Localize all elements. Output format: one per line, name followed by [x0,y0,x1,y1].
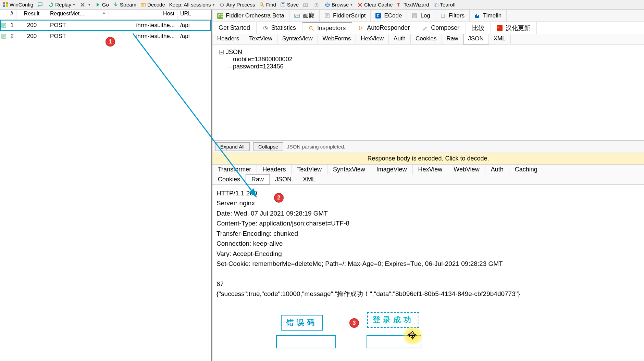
session-row[interactable]: 1 200 POST ihrm-test.ithe... /api [0,20,211,31]
request-tabbar: Headers TextView SyntaxView WebForms Hex… [212,34,644,44]
timer-button[interactable] [312,0,323,9]
svg-rect-29 [497,25,503,31]
tab-statistics[interactable]: Statistics [257,22,302,34]
tab-fiddlerscript[interactable]: FiddlerScript [320,10,371,22]
composer-icon [422,25,428,31]
resptab-raw[interactable]: Raw [246,175,270,184]
col-url[interactable]: URL [177,10,211,20]
find-icon [259,2,265,8]
clearcache-label: Clear Cache [364,2,393,8]
resptab-auth[interactable]: Auth [485,165,509,175]
reqtab-syntaxview[interactable]: SyntaxView [277,34,318,44]
session-icon [1,23,7,28]
reqtab-webforms[interactable]: WebForms [318,34,356,44]
resptab-cookies[interactable]: Cookies [212,175,246,184]
main-toolbar: WinConfig Replay▼ ▼ Go Stream Decode Kee… [0,0,644,10]
svg-rect-3 [6,5,8,7]
tearoff-icon [433,2,439,8]
annotation-badge-2: 2 [274,193,284,203]
tab-l10n[interactable]: 汉化更新 [491,22,537,34]
stream-button[interactable]: Stream [111,0,138,9]
decode-bar[interactable]: Response body is encoded. Click to decod… [212,153,644,165]
tab-compare[interactable]: 比较 [466,22,491,34]
screenshot-button[interactable] [301,0,312,9]
col-result[interactable]: Result [16,10,47,20]
go-button[interactable]: Go [93,0,111,9]
dropdown-icon: ▼ [212,3,215,7]
resptab-imageview[interactable]: ImageView [371,165,413,175]
col-host[interactable]: Host [109,10,177,20]
reqtab-auth[interactable]: Auth [389,34,411,44]
replay-icon [48,2,54,8]
reqtab-raw[interactable]: Raw [442,34,463,44]
session-method: POST [47,21,109,30]
tab-ecode[interactable]: E ECode [371,10,407,22]
reqtab-hexview[interactable]: HexView [356,34,389,44]
tearoff-button[interactable]: Tearoff [431,0,458,9]
textwizard-label: TextWizard [404,2,429,8]
resptab-textview[interactable]: TextView [292,165,327,175]
anyprocess-button[interactable]: Any Process [217,0,257,9]
right-tab-row1: FO Fiddler Orchestra Beta 画廊 FiddlerScri… [212,10,644,22]
clearcache-button[interactable]: Clear Cache [355,0,395,9]
textwizard-button[interactable]: T TextWizard [395,0,431,9]
resptab-transformer[interactable]: Transformer [212,165,257,175]
col-num[interactable]: # [0,10,16,20]
dropdown-icon: ▼ [88,3,91,7]
comment-button[interactable] [35,0,46,9]
browse-button[interactable]: Browse▼ [323,0,355,9]
tree-actions: Expand All Collapse JSON parsing complet… [212,140,644,153]
tab-filters[interactable]: Filters [435,10,470,22]
find-button[interactable]: Find [257,0,278,9]
reqtab-cookies[interactable]: Cookies [411,34,442,44]
resptab-syntaxview[interactable]: SyntaxView [327,165,371,175]
col-method[interactable]: RequestMet... ▲ [47,10,109,20]
reqtab-xml[interactable]: XML [489,34,511,44]
tab-orchestra[interactable]: FO Fiddler Orchestra Beta [212,10,289,22]
reqtab-headers[interactable]: Headers [212,34,244,44]
tab-inspectors[interactable]: Inspectors [302,22,352,34]
svg-point-6 [260,3,263,5]
tab-log[interactable]: Log [407,10,435,22]
session-icon [1,34,7,39]
sessions-pane: # Result RequestMet... ▲ Host URL 1 200 … [0,10,212,361]
annotation-loginok: 登录成功 [367,312,419,328]
resptab-hexview[interactable]: HexView [413,165,448,175]
collapse-button[interactable]: Collapse [253,142,283,151]
resptab-json[interactable]: JSON [270,175,297,184]
tab-composer[interactable]: Composer [416,22,466,34]
resptab-webview[interactable]: WebView [448,165,485,175]
winconfig-button[interactable]: WinConfig [1,0,35,9]
raw-response-body[interactable]: HTTP/1.1 200 Server: nginx Date: Wed, 07… [212,185,644,361]
tab-gallery[interactable]: 画廊 [289,10,320,22]
json-leaf[interactable]: password=123456 [233,63,637,70]
annotation-badge-3: 3 [349,318,359,328]
request-json-tree[interactable]: − JSON mobile=13800000002 password=12345… [212,44,644,140]
session-result: 200 [16,21,47,30]
annotation-badge-1: 1 [106,37,115,47]
save-button[interactable]: Save [278,0,301,9]
find-label: Find [266,2,276,8]
flag-icon [497,25,503,31]
resptab-xml[interactable]: XML [297,175,321,184]
tab-autoresponder[interactable]: AutoResponder [352,22,416,34]
svg-rect-8 [282,3,284,4]
collapse-icon[interactable]: − [219,50,224,54]
tab-getstarted[interactable]: Get Started [212,22,257,34]
reqtab-json[interactable]: JSON [463,34,489,44]
expand-all-button[interactable]: Expand All [215,142,250,151]
anyprocess-label: Any Process [226,2,255,8]
comment-icon [37,2,43,8]
json-leaf[interactable]: mobile=13800000002 [233,56,637,63]
go-label: Go [102,2,109,8]
timer-icon [314,2,319,8]
resptab-caching[interactable]: Caching [509,165,543,175]
resptab-headers[interactable]: Headers [257,165,292,175]
replay-button[interactable]: Replay▼ [46,0,78,9]
reqtab-textview[interactable]: TextView [244,34,277,44]
remove-button[interactable]: ▼ [78,0,93,9]
keep-button[interactable]: Keep: All sessions▼ [167,0,218,9]
decode-button[interactable]: Decode [138,0,167,9]
tab-timeline[interactable]: Timelin [470,10,507,22]
gallery-icon [294,13,300,18]
